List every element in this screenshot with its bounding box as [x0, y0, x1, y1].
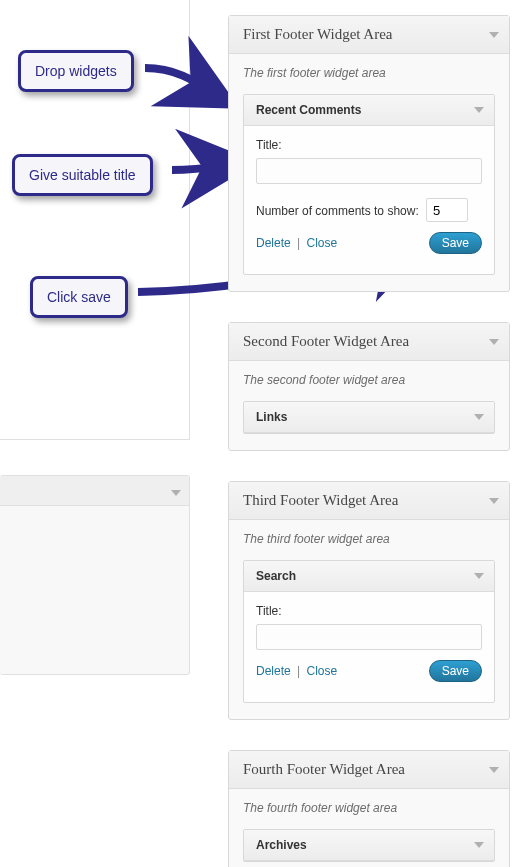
area-header-third[interactable]: Third Footer Widget Area [229, 482, 509, 520]
left-collapsed-header[interactable] [0, 476, 189, 506]
chevron-down-icon [489, 767, 499, 773]
chevron-down-icon [474, 573, 484, 579]
callout-click-save: Click save [30, 276, 128, 318]
callout-drop-widgets: Drop widgets [18, 50, 134, 92]
num-input[interactable] [426, 198, 468, 222]
area-description: The first footer widget area [243, 66, 495, 80]
close-link[interactable]: Close [307, 664, 338, 678]
area-title-text: Third Footer Widget Area [243, 492, 398, 508]
third-footer-area: Third Footer Widget Area The third foote… [228, 481, 510, 720]
widget-recent-comments: Recent Comments Title: Number of comment… [243, 94, 495, 275]
chevron-down-icon [474, 842, 484, 848]
area-header-fourth[interactable]: Fourth Footer Widget Area [229, 751, 509, 789]
chevron-down-icon [489, 32, 499, 38]
fourth-footer-area: Fourth Footer Widget Area The fourth foo… [228, 750, 510, 867]
area-header-second[interactable]: Second Footer Widget Area [229, 323, 509, 361]
chevron-down-icon [171, 490, 181, 496]
widget-name: Recent Comments [256, 103, 361, 117]
chevron-down-icon [489, 339, 499, 345]
first-footer-area: First Footer Widget Area The first foote… [228, 15, 510, 292]
delete-link[interactable]: Delete [256, 236, 291, 250]
widget-header[interactable]: Archives [244, 830, 494, 861]
widget-name: Search [256, 569, 296, 583]
area-title-text: First Footer Widget Area [243, 26, 393, 42]
area-title-text: Second Footer Widget Area [243, 333, 409, 349]
area-description: The fourth footer widget area [243, 801, 495, 815]
callout-give-title: Give suitable title [12, 154, 153, 196]
left-collapsed-panel [0, 475, 190, 675]
area-description: The third footer widget area [243, 532, 495, 546]
chevron-down-icon [474, 107, 484, 113]
chevron-down-icon [474, 414, 484, 420]
title-label: Title: [256, 138, 482, 152]
area-title-text: Fourth Footer Widget Area [243, 761, 405, 777]
num-label: Number of comments to show: [256, 204, 419, 218]
widget-links: Links [243, 401, 495, 434]
title-label: Title: [256, 604, 482, 618]
second-footer-area: Second Footer Widget Area The second foo… [228, 322, 510, 451]
save-button[interactable]: Save [429, 232, 482, 254]
widget-name: Links [256, 410, 287, 424]
area-header-first[interactable]: First Footer Widget Area [229, 16, 509, 54]
widget-name: Archives [256, 838, 307, 852]
widget-areas-column: First Footer Widget Area The first foote… [228, 15, 510, 867]
save-button[interactable]: Save [429, 660, 482, 682]
widget-header[interactable]: Search [244, 561, 494, 592]
widget-header[interactable]: Links [244, 402, 494, 433]
separator: | [297, 664, 300, 678]
title-input[interactable] [256, 158, 482, 184]
area-description: The second footer widget area [243, 373, 495, 387]
chevron-down-icon [489, 498, 499, 504]
close-link[interactable]: Close [307, 236, 338, 250]
widget-search: Search Title: Delete | Close Save [243, 560, 495, 703]
widget-archives: Archives [243, 829, 495, 862]
title-input[interactable] [256, 624, 482, 650]
separator: | [297, 236, 300, 250]
delete-link[interactable]: Delete [256, 664, 291, 678]
widget-header[interactable]: Recent Comments [244, 95, 494, 126]
